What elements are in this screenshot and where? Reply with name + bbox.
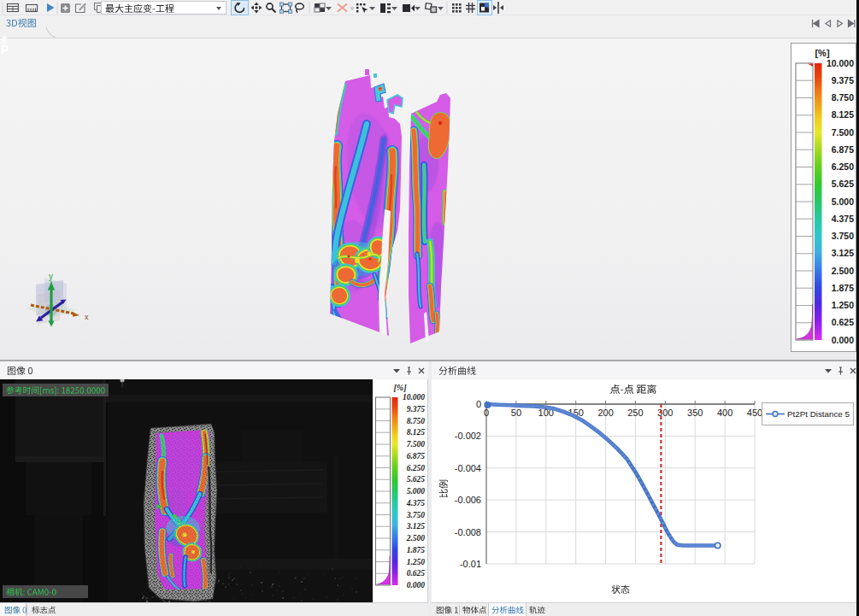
svg-text:0.625: 0.625 <box>407 569 426 578</box>
svg-text:7.500: 7.500 <box>832 127 854 138</box>
svg-text:10.000: 10.000 <box>827 58 854 68</box>
svg-text:8.750: 8.750 <box>407 417 426 425</box>
svg-text:0.625: 0.625 <box>832 317 854 327</box>
svg-text:-0.008: -0.008 <box>455 527 481 537</box>
svg-text:1.875: 1.875 <box>407 546 426 554</box>
svg-text:9.375: 9.375 <box>407 405 426 414</box>
svg-text:10.000: 10.000 <box>403 393 425 402</box>
svg-text:6.875: 6.875 <box>407 452 426 461</box>
svg-text:3.125: 3.125 <box>406 522 426 531</box>
svg-text:0.000: 0.000 <box>832 335 854 345</box>
svg-text:[%]: [%] <box>815 48 829 58</box>
svg-text:6.875: 6.875 <box>832 144 854 155</box>
svg-text:3.750: 3.750 <box>406 511 426 519</box>
svg-text:-0.002: -0.002 <box>455 431 481 441</box>
svg-text:5.000: 5.000 <box>407 487 426 496</box>
svg-text:1.250: 1.250 <box>407 558 426 566</box>
svg-text:8.750: 8.750 <box>832 92 854 103</box>
svg-text:-0.006: -0.006 <box>455 495 481 505</box>
svg-text:2.500: 2.500 <box>406 534 426 543</box>
svg-text:250: 250 <box>627 408 643 418</box>
svg-text:7.500: 7.500 <box>407 440 426 449</box>
svg-text:-0.01: -0.01 <box>460 559 481 569</box>
svg-text:3.125: 3.125 <box>832 248 854 258</box>
svg-text:2.500: 2.500 <box>832 266 854 276</box>
svg-text:200: 200 <box>597 408 613 418</box>
svg-text:400: 400 <box>717 408 733 418</box>
svg-text:300: 300 <box>657 408 673 418</box>
svg-text:0: 0 <box>476 399 481 409</box>
svg-text:4.375: 4.375 <box>832 214 854 224</box>
svg-text:3.750: 3.750 <box>832 231 854 241</box>
svg-text:6.250: 6.250 <box>832 161 854 172</box>
svg-text:1.250: 1.250 <box>832 300 854 310</box>
svg-text:y: y <box>49 272 53 281</box>
svg-text:8.125: 8.125 <box>832 109 854 120</box>
svg-text:0.000: 0.000 <box>407 581 426 590</box>
svg-text:Pt2Pt Distance 5: Pt2Pt Distance 5 <box>787 409 850 419</box>
svg-text:0: 0 <box>484 408 489 418</box>
svg-text:350: 350 <box>687 408 703 418</box>
svg-text:x: x <box>85 313 89 321</box>
svg-text:5.625: 5.625 <box>407 475 426 484</box>
svg-text:-0.004: -0.004 <box>455 463 481 473</box>
svg-text:9.375: 9.375 <box>832 75 854 85</box>
svg-text:5.000: 5.000 <box>832 197 854 207</box>
svg-text:8.125: 8.125 <box>407 428 426 437</box>
svg-text:5.625: 5.625 <box>832 179 854 189</box>
svg-text:1.875: 1.875 <box>832 283 854 293</box>
svg-text:450: 450 <box>747 408 762 418</box>
svg-text:[%]: [%] <box>394 383 408 392</box>
svg-text:4.375: 4.375 <box>406 499 426 507</box>
svg-text:6.250: 6.250 <box>407 464 426 472</box>
svg-text:50: 50 <box>511 408 521 418</box>
